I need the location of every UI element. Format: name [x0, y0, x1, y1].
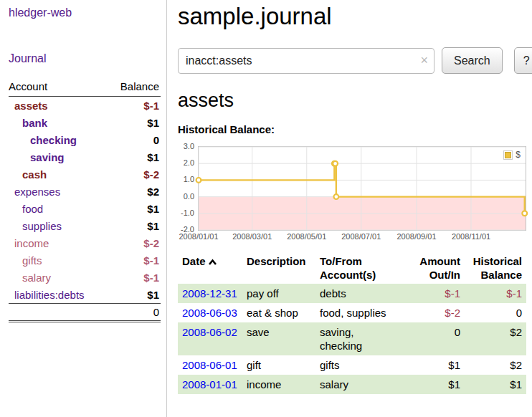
- chart-plot-area: $ 2008/01/012008/03/012008/05/012008/07/…: [198, 146, 526, 231]
- register-row: 2008-01-01incomesalary$1$1: [178, 375, 526, 394]
- account-balance: 0: [153, 134, 159, 146]
- account-balance: $1: [147, 220, 159, 232]
- register-accounts-cell: debts: [315, 284, 410, 303]
- transaction-date-link[interactable]: 2008-06-03: [182, 307, 237, 319]
- help-button[interactable]: ?: [514, 47, 532, 74]
- chart-y-tick-label: -1.0: [181, 208, 194, 217]
- legend-label: $: [516, 150, 521, 160]
- chart-legend: $: [501, 149, 523, 160]
- chart-x-axis: 2008/01/012008/03/012008/05/012008/07/01…: [199, 232, 526, 244]
- register-amount-cell: $1: [410, 355, 465, 375]
- register-description-cell: pay off: [242, 284, 315, 303]
- register-description-cell: save: [242, 322, 315, 355]
- app-title-link[interactable]: hledger-web: [9, 6, 166, 19]
- register-accounts-cell: food, supplies: [315, 303, 410, 322]
- historical-balance-chart: 3.02.01.00.0-1.0-2.0 $ 2008/01/012008/03…: [178, 143, 532, 231]
- chart-y-tick-label: 3.0: [184, 142, 194, 150]
- account-balance: $1: [147, 203, 159, 215]
- account-row: liabilities:debts$1: [9, 286, 161, 303]
- accounts-total-row: 0: [9, 303, 161, 322]
- register-accounts-cell: saving, checking: [315, 322, 410, 355]
- chart-y-axis: 3.02.01.00.0-1.0-2.0: [178, 146, 198, 229]
- register-header-date[interactable]: Date: [178, 252, 242, 284]
- register-row: 2008-06-03eat & shopfood, supplies$-20: [178, 303, 526, 322]
- register-amount-cell: $-1: [410, 284, 465, 303]
- account-link-supplies[interactable]: supplies: [9, 220, 62, 232]
- chart-x-tick-label: 2008/03/01: [232, 232, 272, 241]
- account-row: cash$-2: [9, 166, 161, 183]
- account-link-assets[interactable]: assets: [9, 100, 48, 112]
- account-link-bank[interactable]: bank: [9, 117, 47, 129]
- register-date-cell: 2008-12-31: [178, 284, 242, 303]
- transaction-date-link[interactable]: 2008-06-01: [182, 359, 237, 371]
- account-row: supplies$1: [9, 217, 161, 234]
- register-description-cell: gift: [242, 355, 315, 375]
- account-row: expenses$2: [9, 183, 161, 200]
- account-row: assets$-1: [9, 97, 161, 114]
- register-date-cell: 2008-06-03: [178, 303, 242, 322]
- chart-x-tick-label: 2008/01/01: [179, 232, 218, 241]
- chart-y-tick-label: 0.0: [184, 192, 194, 201]
- transaction-date-link[interactable]: 2008-06-02: [182, 326, 237, 338]
- register-balance-cell: $2: [465, 355, 526, 375]
- chart-y-tick-label: 2.0: [184, 158, 194, 167]
- register-amount-cell: 0: [410, 322, 465, 355]
- account-link-income[interactable]: income: [9, 237, 49, 249]
- register-date-cell: 2008-06-02: [178, 322, 242, 355]
- account-row: food$1: [9, 200, 161, 217]
- account-heading: assets: [178, 90, 532, 112]
- search-form: × Search ?: [178, 47, 532, 74]
- account-row: income$-2: [9, 234, 161, 251]
- account-balance: $-1: [143, 254, 159, 267]
- account-row: gifts$-1: [9, 251, 161, 269]
- search-button[interactable]: Search: [442, 47, 503, 74]
- register-header-date-label: Date: [182, 255, 206, 267]
- register-amount-cell: $1: [410, 375, 465, 394]
- account-row: salary$-1: [9, 269, 161, 286]
- account-row: bank$1: [9, 114, 161, 131]
- account-balance: $1: [147, 289, 159, 301]
- register-header-balance: Historical Balance: [465, 252, 526, 284]
- register-header-description: Description: [242, 252, 315, 284]
- app-root: hledger-web Journal Account Balance asse…: [0, 0, 532, 417]
- chart-y-tick-label: 1.0: [184, 175, 194, 183]
- account-balance: $2: [147, 186, 159, 198]
- chart-x-tick-label: 2008/09/01: [396, 232, 436, 241]
- account-balance: $1: [147, 151, 159, 163]
- account-link-food[interactable]: food: [9, 203, 43, 215]
- account-link-liabilities-debts[interactable]: liabilities:debts: [9, 289, 85, 301]
- main-content: sample.journal × Search ? assets Histori…: [167, 0, 532, 417]
- register-balance-cell: $1: [465, 375, 526, 394]
- register-row: 2008-06-02savesaving, checking0$2: [178, 322, 526, 355]
- account-link-cash[interactable]: cash: [9, 168, 47, 181]
- search-box: ×: [178, 48, 434, 74]
- search-input[interactable]: [178, 48, 434, 74]
- transaction-date-link[interactable]: 2008-01-01: [182, 378, 237, 390]
- account-link-gifts[interactable]: gifts: [9, 254, 42, 267]
- account-link-expenses[interactable]: expenses: [9, 186, 60, 198]
- register-row: 2008-06-01giftgifts$1$2: [178, 355, 526, 375]
- register-description-cell: income: [242, 375, 315, 394]
- chart-x-tick-label: 2008/07/01: [341, 232, 381, 241]
- chart-x-tick-label: 2008/11/01: [452, 232, 490, 241]
- account-link-salary[interactable]: salary: [9, 272, 51, 284]
- register-row: 2008-12-31pay offdebts$-1$-1: [178, 284, 526, 303]
- account-balance: $-2: [143, 168, 159, 181]
- register-balance-cell: $-1: [465, 284, 526, 303]
- account-column-header: Account: [9, 80, 47, 92]
- register-accounts-cell: gifts: [315, 355, 410, 375]
- transaction-date-link[interactable]: 2008-12-31: [182, 287, 237, 299]
- account-balance: $-1: [143, 100, 159, 112]
- chart-x-tick-label: 2008/05/01: [287, 232, 326, 241]
- register-balance-cell: 0: [465, 303, 526, 322]
- account-link-saving[interactable]: saving: [9, 151, 65, 163]
- sidebar-item-journal[interactable]: Journal: [9, 52, 166, 65]
- legend-swatch-icon: [503, 150, 513, 160]
- accounts-table-header: Account Balance: [9, 79, 161, 97]
- account-link-checking[interactable]: checking: [9, 134, 77, 146]
- account-rows: assets$-1bank$1checking0saving$1cash$-2e…: [9, 97, 161, 303]
- chart-svg: [199, 147, 526, 230]
- clear-search-icon[interactable]: ×: [420, 53, 428, 68]
- page-title: sample.journal: [178, 3, 532, 30]
- sort-ascending-icon: [208, 259, 217, 266]
